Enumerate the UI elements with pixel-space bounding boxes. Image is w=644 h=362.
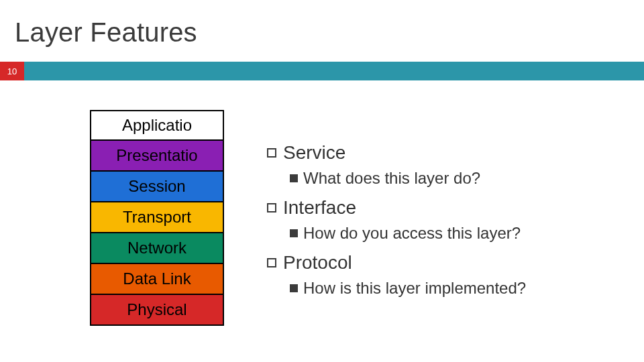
header-stripe bbox=[0, 62, 644, 80]
list-item: Protocol bbox=[267, 252, 616, 274]
feature-list: Service What does this layer do? Interfa… bbox=[267, 142, 616, 307]
layer-application: Applicatio bbox=[90, 110, 224, 141]
layer-presentation: Presentatio bbox=[90, 141, 224, 172]
list-subitem: What does this layer do? bbox=[290, 169, 616, 188]
item-label-service: Service bbox=[283, 142, 345, 164]
square-solid-bullet-icon bbox=[290, 284, 298, 292]
square-open-bullet-icon bbox=[267, 258, 276, 267]
item-label-interface: Interface bbox=[283, 197, 356, 219]
layer-physical: Physical bbox=[90, 295, 224, 326]
item-label-protocol: Protocol bbox=[283, 252, 352, 274]
list-subitem: How is this layer implemented? bbox=[290, 279, 616, 298]
subitem-text: What does this layer do? bbox=[303, 169, 480, 188]
square-solid-bullet-icon bbox=[290, 229, 298, 237]
osi-layer-stack: Applicatio Presentatio Session Transport… bbox=[90, 110, 224, 326]
layer-transport: Transport bbox=[90, 202, 224, 233]
layer-data-link: Data Link bbox=[90, 264, 224, 295]
subitem-text: How do you access this layer? bbox=[303, 224, 521, 243]
layer-network: Network bbox=[90, 233, 224, 264]
page-number-badge: 10 bbox=[0, 62, 24, 80]
slide-title: Layer Features bbox=[15, 17, 197, 48]
layer-session: Session bbox=[90, 172, 224, 202]
square-open-bullet-icon bbox=[267, 203, 276, 213]
list-item: Service bbox=[267, 142, 616, 164]
square-open-bullet-icon bbox=[267, 148, 276, 158]
list-subitem: How do you access this layer? bbox=[290, 224, 616, 243]
list-item: Interface bbox=[267, 197, 616, 219]
slide: Layer Features 10 Applicatio Presentatio… bbox=[0, 0, 644, 362]
subitem-text: How is this layer implemented? bbox=[303, 279, 526, 298]
square-solid-bullet-icon bbox=[290, 174, 298, 182]
